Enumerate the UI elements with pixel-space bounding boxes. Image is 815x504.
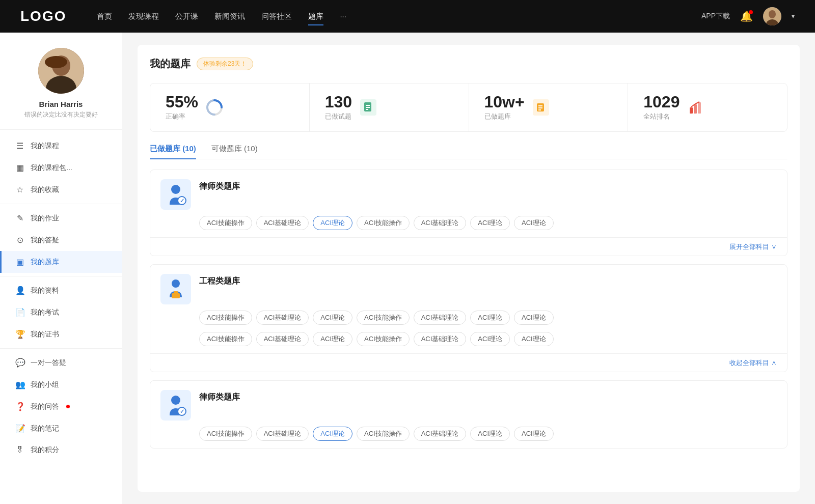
sidebar-item-label: 我的课程 (31, 142, 59, 151)
qbank-tag-2-3[interactable]: ACI技能操作 (357, 427, 410, 441)
sidebar-avatar (38, 48, 84, 94)
tab-done-banks[interactable]: 已做题库 (10) (150, 144, 196, 159)
profile-icon: 👤 (15, 286, 24, 295)
tab-available-banks[interactable]: 可做题库 (10) (211, 144, 258, 159)
sidebar-item-course-package[interactable]: ▦ 我的课程包... (0, 157, 122, 179)
stat-text-done-q: 130 已做试题 (325, 94, 352, 121)
qbank-tag-1-4[interactable]: ACI基础理论 (414, 311, 467, 325)
tabs: 已做题库 (10) 可做题库 (10) (150, 144, 787, 159)
nav-qbank[interactable]: 题库 (308, 10, 323, 23)
sidebar-item-favorites[interactable]: ☆ 我的收藏 (0, 179, 122, 201)
qbank-tag-1-12[interactable]: ACI理论 (470, 332, 510, 346)
qbank-tag-1-7[interactable]: ACI技能操作 (199, 332, 252, 346)
qbank-tag-0-3[interactable]: ACI技能操作 (357, 216, 410, 230)
sidebar-item-question[interactable]: ❓ 我的问答 (0, 396, 122, 417)
qbank-card-1-header: 工程类题库 (150, 265, 787, 311)
rank-icon (687, 98, 705, 117)
qbank-tag-2-4[interactable]: ACI基础理论 (414, 427, 467, 441)
user-menu-chevron[interactable]: ▾ (792, 13, 795, 20)
qbank-card-0-icon: ✓ (160, 179, 191, 210)
qbank-tag-0-6[interactable]: ACI理论 (514, 216, 554, 230)
qbank-tag-0-1[interactable]: ACI基础理论 (256, 216, 309, 230)
sidebar-user-name: Brian Harris (39, 100, 83, 108)
app-download-link[interactable]: APP下载 (701, 12, 730, 21)
accuracy-icon (205, 98, 224, 117)
sidebar-item-label: 我的小组 (31, 380, 59, 389)
stat-accuracy: 55% 正确率 (150, 83, 310, 131)
svg-point-1 (769, 10, 776, 18)
qbank-tag-1-2[interactable]: ACI理论 (313, 311, 352, 325)
qbank-tag-1-3[interactable]: ACI技能操作 (357, 311, 410, 325)
qbank-tags-2: ACI技能操作 ACI基础理论 ACI理论 ACI技能操作 ACI基础理论 AC… (150, 427, 787, 448)
qbank-tag-2-2[interactable]: ACI理论 (313, 427, 352, 441)
doc-green-icon (360, 99, 376, 116)
sidebar-item-group[interactable]: 👥 我的小组 (0, 374, 122, 396)
notification-bell[interactable]: 🔔 (740, 10, 753, 22)
sidebar-menu: ☰ 我的课程 ▦ 我的课程包... ☆ 我的收藏 ✎ 我的作业 ⊙ 我的答疑 ▣ (0, 130, 122, 466)
nav-courses[interactable]: 发现课程 (128, 10, 159, 23)
qbank-tag-1-8[interactable]: ACI基础理论 (256, 332, 309, 346)
sidebar-item-1on1[interactable]: 💬 一对一答疑 (0, 352, 122, 374)
qbank-toggle-0[interactable]: 展开全部科目 ∨ (729, 243, 777, 250)
qbank-tag-1-1[interactable]: ACI基础理论 (256, 311, 309, 325)
sidebar-item-homework[interactable]: ✎ 我的作业 (0, 207, 122, 229)
qbank-card-2-title: 律师类题库 (199, 390, 240, 403)
stat-value-rank: 1029 (643, 94, 680, 110)
sidebar-item-qbank[interactable]: ▣ 我的题库 (0, 251, 122, 273)
qbank-tag-2-1[interactable]: ACI基础理论 (256, 427, 309, 441)
sidebar-motto: 错误的决定比没有决定要好 (24, 110, 98, 119)
stat-value-done-q: 130 (325, 94, 352, 110)
sidebar-item-label: 我的考试 (31, 308, 59, 317)
stat-text-done-b: 10w+ 已做题库 (484, 94, 525, 121)
qbank-tag-1-9[interactable]: ACI理论 (313, 332, 352, 346)
homework-icon: ✎ (15, 213, 24, 223)
sidebar-item-my-qa[interactable]: ⊙ 我的答疑 (0, 229, 122, 251)
qbank-tag-0-4[interactable]: ACI基础理论 (414, 216, 467, 230)
sidebar-item-label: 一对一答疑 (31, 358, 66, 368)
qbank-card-2-icon: ✓ (160, 390, 191, 421)
svg-rect-16 (690, 107, 693, 114)
qbank-tag-1-13[interactable]: ACI理论 (514, 332, 554, 346)
qbank-tag-1-0[interactable]: ACI技能操作 (199, 311, 252, 325)
qbank-tag-0-2[interactable]: ACI理论 (313, 216, 352, 230)
sidebar-item-notes[interactable]: 📝 我的笔记 (0, 417, 122, 439)
svg-point-23 (172, 279, 180, 288)
svg-rect-18 (698, 102, 701, 114)
qbank-tag-2-0[interactable]: ACI技能操作 (199, 427, 252, 441)
qbank-tag-0-0[interactable]: ACI技能操作 (199, 216, 252, 230)
sidebar-item-profile[interactable]: 👤 我的资料 (0, 279, 122, 301)
qbank-title-0: 律师类题库 (199, 181, 240, 192)
sidebar-item-my-courses[interactable]: ☰ 我的课程 (0, 135, 122, 157)
qbank-tag-1-6[interactable]: ACI理论 (514, 311, 554, 325)
nav-open-course[interactable]: 公开课 (175, 10, 198, 23)
qbank-tag-2-6[interactable]: ACI理论 (514, 427, 554, 441)
qbank-toggle-1[interactable]: 收起全部科目 ∧ (729, 359, 777, 367)
nav-qa[interactable]: 问答社区 (261, 10, 292, 23)
qbank-tag-2-5[interactable]: ACI理论 (470, 427, 510, 441)
sidebar-item-exam[interactable]: 📄 我的考试 (0, 301, 122, 323)
qbank-tag-1-11[interactable]: ACI基础理论 (414, 332, 467, 346)
navbar-right: APP下载 🔔 ▾ (701, 7, 795, 25)
sidebar-divider-3 (0, 348, 122, 349)
qbank-tag-0-5[interactable]: ACI理论 (470, 216, 510, 230)
qbank-tag-1-5[interactable]: ACI理论 (470, 311, 510, 325)
stat-label-done-b: 已做题库 (484, 112, 525, 121)
svg-text:✓: ✓ (180, 408, 184, 414)
sidebar-item-label: 我的笔记 (31, 424, 59, 433)
qbank-title-1: 工程类题库 (199, 276, 240, 287)
logo[interactable]: LOGO (20, 8, 66, 24)
certificate-icon: 🏆 (15, 329, 24, 339)
qbank-tags-1-row1: ACI技能操作 ACI基础理论 ACI理论 ACI技能操作 ACI基础理论 AC… (150, 311, 787, 332)
nav-home[interactable]: 首页 (97, 10, 112, 23)
sidebar-item-certificate[interactable]: 🏆 我的证书 (0, 323, 122, 345)
user-avatar[interactable] (763, 7, 781, 25)
qbank-card-1-title: 工程类题库 (199, 274, 240, 287)
nav-more[interactable]: ··· (340, 10, 346, 23)
sidebar-item-points[interactable]: 🎖 我的积分 (0, 439, 122, 461)
stat-label-rank: 全站排名 (643, 112, 680, 121)
qbank-tag-1-10[interactable]: ACI技能操作 (357, 332, 410, 346)
qbank-tags-1-row2: ACI技能操作 ACI基础理论 ACI理论 ACI技能操作 ACI基础理论 AC… (150, 332, 787, 353)
stats-row: 55% 正确率 130 已做试题 (150, 83, 787, 132)
nav-news[interactable]: 新闻资讯 (214, 10, 245, 23)
main-layout: Brian Harris 错误的决定比没有决定要好 ☰ 我的课程 ▦ 我的课程包… (0, 33, 815, 504)
